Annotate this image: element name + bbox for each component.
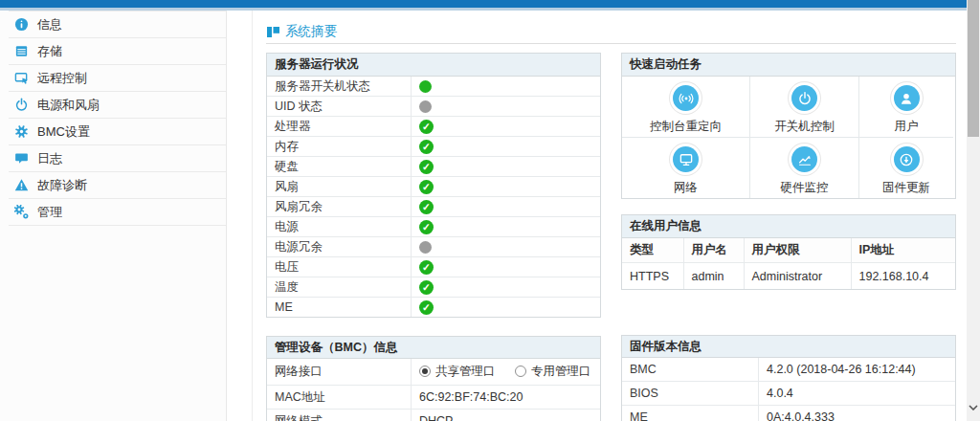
health-label: UID 状态 — [267, 97, 412, 117]
vertical-scrollbar[interactable] — [967, 0, 980, 421]
info-icon — [13, 17, 29, 33]
sidebar-item-diagnosis[interactable]: 故障诊断 — [9, 172, 226, 199]
sidebar-item-log[interactable]: 日志 — [9, 145, 226, 172]
storage-icon — [13, 44, 29, 59]
sidebar-item-power-fan[interactable]: 电源和风扇 — [9, 92, 226, 119]
table-row: 网络模式 DHCP — [267, 410, 600, 421]
table-row: MAC地址 6C:92:BF:74:BC:20 — [267, 386, 600, 410]
table-row: HTTPS admin Administrator 192.168.10.4 — [622, 263, 955, 290]
sidebar-item-label: 管理 — [37, 204, 62, 221]
col-header-username: 用户名 — [683, 238, 744, 263]
sidebar: 信息 存储 远程控制 电源和风扇 BMC设置 — [0, 11, 227, 421]
firmware-panel-title: 固件版本信息 — [622, 336, 955, 358]
quick-tasks-title: 快速启动任务 — [622, 54, 955, 77]
log-bubble-icon — [13, 151, 29, 166]
network-mode-value: DHCP — [412, 410, 601, 421]
sidebar-item-info[interactable]: 信息 — [9, 11, 226, 38]
quick-task-users[interactable]: 用户 — [859, 77, 953, 138]
online-users-table: 类型 用户名 用户权限 IP地址 HTTPS admin Administrat… — [622, 238, 955, 289]
page-title: 系统摘要 — [267, 23, 337, 40]
firmware-row-label: BMC — [622, 358, 759, 382]
firmware-row-label: BIOS — [622, 382, 759, 406]
sidebar-item-label: BMC设置 — [37, 123, 90, 141]
power-state-icon — [419, 80, 432, 93]
table-row: 温度 — [267, 277, 600, 298]
bmc-row-label: 网络模式 — [267, 410, 412, 421]
health-panel: 服务器运行状况 服务器开关机状态 UID 状态 处理器 内存 硬盘 风扇 风扇冗… — [266, 53, 601, 318]
table-row: BMC 4.2.0 (2018-04-26 16:12:44) — [622, 358, 955, 382]
quick-task-label: 硬件监控 — [781, 180, 829, 196]
quick-task-console-redirect[interactable]: 控制台重定向 — [622, 77, 750, 138]
sidebar-item-bmc-settings[interactable]: BMC设置 — [9, 119, 226, 145]
sidebar-item-label: 远程控制 — [37, 70, 87, 87]
status-ok-icon — [419, 220, 434, 234]
health-label: 电压 — [267, 257, 412, 277]
col-header-type: 类型 — [622, 238, 683, 263]
bmc-row-label: MAC地址 — [267, 386, 412, 410]
bmc-version-value: 4.2.0 (2018-04-26 16:12:44) — [759, 358, 956, 382]
bmc-panel-title: 管理设备（BMC）信息 — [267, 337, 600, 359]
top-accent-bar — [0, 0, 967, 8]
remote-control-icon — [13, 71, 29, 86]
quick-task-label: 控制台重定向 — [650, 119, 722, 135]
user-type: HTTPS — [622, 263, 683, 290]
radio-dedicated-port[interactable]: 专用管理口 — [515, 364, 591, 380]
radio-icon — [419, 366, 431, 377]
quick-tasks-panel: 快速启动任务 控制台重定向 开关机控制 — [621, 53, 956, 199]
online-users-title: 在线用户信息 — [622, 215, 955, 238]
quick-task-hardware-monitor[interactable]: 硬件监控 — [750, 138, 859, 198]
table-row: 电源冗余 — [267, 237, 600, 257]
quick-task-power-control[interactable]: 开关机控制 — [750, 77, 859, 138]
table-row: 服务器开关机状态 — [267, 77, 600, 97]
table-row: 处理器 — [267, 117, 600, 137]
user-privilege: Administrator — [744, 263, 851, 290]
health-label: 风扇冗余 — [267, 197, 412, 217]
me-version-value: 0A:4.0.4.333 — [759, 406, 956, 421]
health-label: 温度 — [267, 277, 412, 298]
radio-label: 专用管理口 — [531, 364, 591, 380]
console-redirect-icon — [673, 85, 699, 111]
table-row: 内存 — [267, 137, 600, 157]
health-label: 电源冗余 — [267, 237, 412, 257]
quick-task-label: 网络 — [674, 180, 698, 196]
health-table: 服务器开关机状态 UID 状态 处理器 内存 硬盘 风扇 风扇冗余 电源 电源冗… — [267, 77, 600, 317]
user-icon — [894, 85, 920, 111]
scrollbar-thumb[interactable] — [968, 0, 979, 137]
bmc-info-panel: 管理设备（BMC）信息 网络接口 共享管理口 专用管理口 — [266, 336, 601, 421]
sidebar-item-label: 电源和风扇 — [37, 97, 100, 114]
radio-shared-port[interactable]: 共享管理口 — [419, 364, 496, 380]
status-ok-icon — [419, 120, 434, 134]
table-header-row: 类型 用户名 用户权限 IP地址 — [622, 238, 955, 263]
health-panel-title: 服务器运行状况 — [267, 54, 600, 77]
gear-icon — [13, 124, 29, 140]
status-ok-icon — [419, 260, 434, 275]
page-title-text: 系统摘要 — [285, 23, 337, 40]
sidebar-item-storage[interactable]: 存储 — [9, 38, 226, 65]
sidebar-item-admin[interactable]: 管理 — [9, 199, 226, 226]
mac-address-value: 6C:92:BF:74:BC:20 — [412, 386, 601, 410]
scroll-down-button[interactable] — [967, 400, 980, 415]
title-divider — [266, 43, 956, 44]
table-row: 风扇 — [267, 177, 600, 197]
quick-task-label: 开关机控制 — [774, 119, 835, 135]
bmc-row-label: 网络接口 — [267, 359, 412, 386]
firmware-panel: 固件版本信息 BMC 4.2.0 (2018-04-26 16:12:44) B… — [621, 335, 956, 421]
firmware-update-icon — [894, 146, 920, 172]
sidebar-item-label: 日志 — [37, 150, 62, 167]
table-row: BIOS 4.0.4 — [622, 382, 955, 406]
bios-version-value: 4.0.4 — [759, 382, 956, 406]
status-ok-icon — [419, 140, 434, 154]
status-ok-icon — [419, 300, 434, 315]
admin-gear-icon — [13, 205, 29, 220]
quick-task-firmware-update[interactable]: 固件更新 — [859, 138, 953, 198]
chevron-down-icon — [969, 405, 978, 410]
summary-icon — [267, 26, 279, 38]
status-off-icon — [419, 241, 432, 254]
table-row: ME 0A:4.0.4.333 — [622, 406, 955, 421]
status-ok-icon — [419, 280, 434, 295]
health-label: 电源 — [267, 217, 412, 237]
sidebar-item-remote-control[interactable]: 远程控制 — [9, 65, 226, 92]
table-row: 硬盘 — [267, 157, 600, 177]
warning-triangle-icon — [13, 178, 29, 193]
quick-task-network[interactable]: 网络 — [622, 138, 750, 198]
